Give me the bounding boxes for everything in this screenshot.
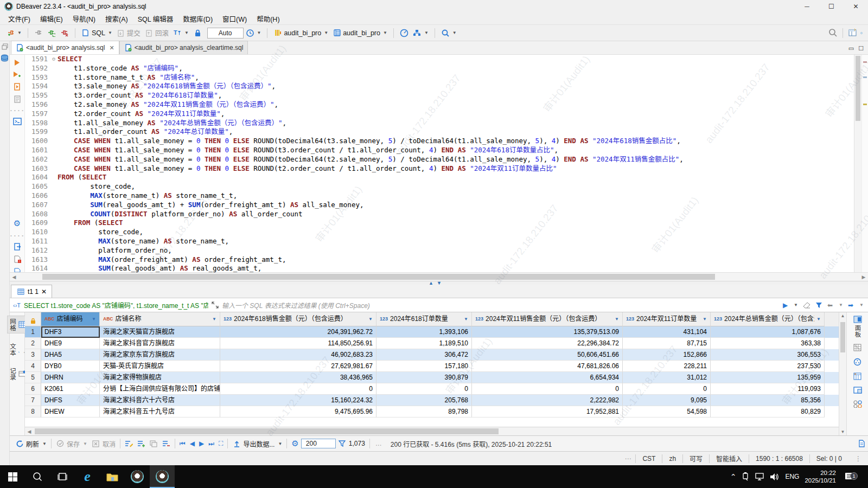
taskbar-search-button[interactable] — [25, 465, 50, 488]
table-cell[interactable]: DYB0 — [41, 361, 100, 372]
compare-panel-icon[interactable] — [853, 400, 862, 408]
editor-tab[interactable]: <audit_bi_pro> analysis.sql✕ — [11, 41, 119, 54]
copy-status-icon[interactable] — [858, 440, 865, 447]
table-cell[interactable]: 海澜之家天猫官方旗舰店 — [100, 326, 220, 338]
explain-plan-button[interactable] — [14, 95, 21, 103]
commit-button[interactable]: 提交 — [114, 27, 143, 39]
open-perspective-icon[interactable] — [848, 29, 857, 37]
table-cell[interactable]: 31,012 — [623, 372, 711, 383]
expand-filter-icon[interactable] — [212, 301, 219, 309]
scroll-left-icon[interactable]: ◀ — [10, 274, 18, 280]
column-header[interactable]: 1232024年618销售金额（元）（包含运费）▼ — [220, 312, 376, 326]
dashboard-button[interactable] — [398, 28, 411, 38]
scroll-up-icon[interactable]: ▲ — [839, 313, 846, 318]
table-cell[interactable]: 363,38 — [711, 338, 825, 349]
table-cell[interactable]: 80,829 — [711, 406, 825, 418]
menu-item[interactable]: SQL 编辑器 — [133, 12, 178, 25]
results-tab[interactable]: t1 1 ✕ — [11, 285, 52, 298]
table-cell[interactable]: 50,606,451.66 — [472, 349, 623, 361]
grid-corner-lock-icon[interactable] — [25, 312, 41, 326]
execute-new-tab-button[interactable] — [13, 71, 21, 78]
table-cell[interactable]: DHA5 — [41, 349, 100, 361]
column-sort-icon[interactable]: ▼ — [368, 312, 373, 326]
table-cell[interactable]: 89,798 — [376, 406, 472, 418]
table-cell[interactable]: 152,866 — [623, 349, 711, 361]
close-tab-icon[interactable]: ✕ — [109, 44, 114, 52]
table-cell[interactable]: 15,160,224.32 — [220, 395, 376, 406]
next-row-button[interactable]: ▶ — [197, 439, 206, 448]
problems-doc-icon[interactable]: ! — [14, 255, 21, 263]
maximize-results-icon[interactable]: ▲ — [429, 280, 433, 286]
minimize-editor-icon[interactable]: ▭ — [848, 45, 854, 52]
table-cell[interactable]: 1,087,676 — [711, 326, 825, 338]
database-selector[interactable]: audit_bi_pro ▼ — [330, 28, 390, 38]
table-cell[interactable]: 6,654,934 — [472, 372, 623, 383]
disconnect-button[interactable] — [58, 28, 71, 38]
column-sort-icon[interactable]: ▼ — [703, 312, 707, 326]
save-button[interactable]: 保存 ▼ — [54, 438, 90, 450]
internet-explorer-button[interactable]: e — [75, 465, 100, 488]
table-row[interactable]: 4DYB0天猫-英氏官方旗舰店27,629,981.67157,18047,68… — [25, 361, 839, 372]
table-cell[interactable]: 237,530 — [711, 361, 825, 372]
fold-marker[interactable]: ⊖ — [50, 55, 58, 64]
editor-vertical-scrollbar[interactable] — [854, 55, 861, 272]
row-number[interactable]: 1 — [25, 326, 41, 338]
row-number[interactable]: 3 — [25, 349, 41, 361]
value-viewer-icon[interactable] — [853, 344, 861, 351]
taskbar-clock[interactable]: 20:22 2025/10/21 — [805, 469, 836, 485]
editor-results-sash[interactable]: ▲▼ — [10, 281, 868, 285]
table-row[interactable]: 1DHF3海澜之家天猫官方旗舰店204,391,962.721,393,1061… — [25, 326, 839, 338]
fetch-size-input[interactable]: 200 — [301, 439, 336, 448]
menu-item[interactable]: 编辑(E) — [35, 12, 68, 25]
history-forward-icon[interactable]: ➡ — [848, 301, 853, 309]
prev-row-button[interactable]: ◀ — [188, 439, 197, 448]
column-header[interactable]: ABC店铺编码▼ — [41, 312, 100, 326]
quick-search-icon[interactable] — [828, 29, 837, 37]
column-sort-icon[interactable]: ▼ — [92, 312, 96, 326]
row-number[interactable]: 8 — [25, 406, 41, 418]
column-sort-icon[interactable]: ▼ — [816, 312, 821, 326]
reconnect-button[interactable] — [45, 28, 58, 38]
table-cell[interactable]: 27,629,981.67 — [220, 361, 376, 372]
menu-item[interactable]: 帮助(H) — [252, 12, 284, 25]
table-cell[interactable]: 38,436,965 — [220, 372, 376, 383]
menu-item[interactable]: 搜索(A) — [100, 12, 133, 25]
execute-script-button[interactable] — [14, 83, 21, 91]
table-cell[interactable]: DHEW — [41, 406, 100, 418]
table-cell[interactable]: 海澜之家抖音六十六号店 — [100, 395, 220, 406]
action-center-button[interactable]: 1 — [841, 472, 858, 481]
grid-horizontal-scrollbar[interactable]: ◀ — [25, 427, 839, 435]
database-navigator-icon[interactable] — [1, 54, 9, 62]
table-cell[interactable]: 390,879 — [376, 372, 472, 383]
fetch-all-button[interactable]: 1,073 — [336, 438, 367, 449]
row-number[interactable]: 5 — [25, 372, 41, 383]
filter-input[interactable]: 输入一个 SQL 表达式来过滤结果 (使用 Ctrl+Space) — [222, 300, 778, 310]
usb-tray-icon[interactable] — [742, 472, 749, 481]
scroll-right-icon[interactable]: ▶ — [859, 274, 868, 280]
overflow-menu-icon[interactable]: … — [372, 440, 385, 447]
first-row-button[interactable]: ⏮ — [177, 439, 188, 448]
menu-item[interactable]: 文件(F) — [3, 12, 35, 25]
duplicate-row-button[interactable] — [148, 439, 160, 448]
table-cell[interactable]: 0 — [623, 383, 711, 395]
volume-tray-icon[interactable] — [770, 473, 780, 481]
row-number[interactable]: 2 — [25, 338, 41, 349]
column-header[interactable]: 1232024年双11订单数量▼ — [623, 312, 711, 326]
fetch-settings-gear-icon[interactable]: ⚙ — [289, 438, 301, 450]
status-menu-icon[interactable]: ⋮ — [848, 454, 868, 463]
status-overflow-icon[interactable]: ⋯ — [620, 455, 635, 463]
row-number[interactable]: 7 — [25, 395, 41, 406]
tray-expand-icon[interactable]: ⌃ — [730, 472, 737, 481]
presentation-tab-text[interactable]: ‹›T文本 — [8, 341, 27, 358]
terminal-button[interactable] — [13, 118, 22, 125]
table-cell[interactable]: 9,095 — [623, 395, 711, 406]
search-button[interactable]: ▼ — [439, 28, 459, 38]
table-cell[interactable]: 海澜之家抖音官方旗舰店 — [100, 338, 220, 349]
column-sort-icon[interactable]: ▼ — [615, 312, 619, 326]
table-cell[interactable]: 306,553 — [711, 349, 825, 361]
table-cell[interactable]: 分销【上海白阔供应链有限公司】的店铺 — [100, 383, 220, 395]
close-tab-icon[interactable]: ✕ — [41, 288, 47, 296]
export-data-button[interactable]: 导出数据... ▼ — [230, 438, 284, 450]
new-connection-button[interactable]: ▼ — [4, 28, 24, 38]
filter-settings-icon[interactable] — [815, 302, 822, 309]
